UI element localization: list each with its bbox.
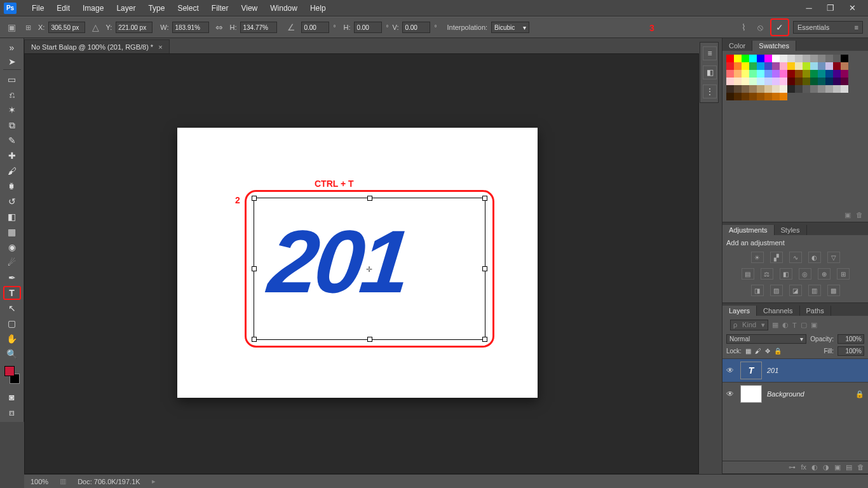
transform-handle-l[interactable] xyxy=(252,266,257,271)
transform-handle-tr[interactable] xyxy=(482,196,487,201)
transform-tool-icon[interactable]: ▣ xyxy=(5,21,18,34)
swatch[interactable] xyxy=(749,62,757,70)
swatch[interactable] xyxy=(780,55,787,62)
swatch[interactable] xyxy=(818,70,825,78)
status-doc-icon[interactable]: ▥ xyxy=(60,477,66,485)
lasso-tool[interactable]: ⎌ xyxy=(3,88,21,102)
layer-visibility-icon[interactable]: 👁 xyxy=(726,390,735,398)
adj-bw-icon[interactable]: ◧ xyxy=(780,268,792,280)
transform-handle-r[interactable] xyxy=(482,266,487,271)
swatch[interactable] xyxy=(810,62,818,70)
tab-color[interactable]: Color xyxy=(722,41,752,51)
adj-vibrance-icon[interactable]: ▽ xyxy=(827,252,840,263)
x-field[interactable]: 306.50 px xyxy=(48,22,85,33)
new-layer-icon[interactable]: ▤ xyxy=(846,463,852,471)
collapse-tools-icon[interactable]: » xyxy=(3,41,21,55)
crop-tool[interactable]: ⧉ xyxy=(3,118,21,132)
swatch[interactable] xyxy=(734,78,742,85)
foreground-color[interactable] xyxy=(4,366,15,376)
swatch[interactable] xyxy=(764,93,772,100)
dock-history-icon[interactable]: ≡ xyxy=(703,46,717,60)
brush-tool[interactable]: 🖌 xyxy=(3,164,21,178)
swatch[interactable] xyxy=(795,55,803,62)
swatch[interactable] xyxy=(772,78,780,85)
filter-adjust-icon[interactable]: ◐ xyxy=(782,321,789,329)
blur-tool[interactable]: ◉ xyxy=(3,240,21,254)
eraser-tool[interactable]: ◧ xyxy=(3,210,21,224)
adj-hue-icon[interactable]: ▤ xyxy=(742,268,754,280)
swatch[interactable] xyxy=(795,62,803,70)
swatch[interactable] xyxy=(810,70,818,78)
blend-mode-select[interactable]: Normal▾ xyxy=(726,334,806,344)
y-field[interactable]: 221.00 px xyxy=(116,22,153,33)
adj-levels-icon[interactable]: ▞ xyxy=(770,252,783,263)
transform-bounding-box[interactable]: ✛ xyxy=(254,198,485,340)
swatch[interactable] xyxy=(825,85,833,93)
hand-tool[interactable]: ✋ xyxy=(3,332,21,346)
swatch[interactable] xyxy=(757,55,764,62)
vskew-field[interactable]: 0.00 xyxy=(402,22,430,33)
swatch[interactable] xyxy=(810,78,818,85)
path-select-tool[interactable]: ↖ xyxy=(3,301,21,315)
swatch[interactable] xyxy=(757,70,764,78)
swatch[interactable] xyxy=(742,78,749,85)
swatch[interactable] xyxy=(757,78,764,85)
close-window-button[interactable]: ✕ xyxy=(846,4,858,13)
swatch[interactable] xyxy=(780,93,787,100)
swatch[interactable] xyxy=(742,85,749,93)
swatch[interactable] xyxy=(787,55,795,62)
swatch[interactable] xyxy=(833,70,841,78)
swatch[interactable] xyxy=(825,62,833,70)
stamp-tool[interactable]: ⧯ xyxy=(3,179,21,193)
swatch[interactable] xyxy=(795,85,803,93)
lock-position-icon[interactable]: ✥ xyxy=(765,348,770,355)
swatch[interactable] xyxy=(726,93,734,100)
layer-name[interactable]: Background xyxy=(767,390,804,398)
transform-handle-bl[interactable] xyxy=(252,337,257,342)
history-brush-tool[interactable]: ↺ xyxy=(3,194,21,208)
swatch[interactable] xyxy=(803,62,810,70)
swatch[interactable] xyxy=(787,62,795,70)
dock-brushes-icon[interactable]: ⋮ xyxy=(703,85,717,98)
tab-channels[interactable]: Channels xyxy=(757,306,799,316)
swatch[interactable] xyxy=(742,70,749,78)
swatch[interactable] xyxy=(726,55,734,62)
opacity-field[interactable]: 100% xyxy=(837,334,864,344)
shape-tool[interactable]: ▢ xyxy=(3,316,21,330)
swatch[interactable] xyxy=(734,62,742,70)
filter-pixel-icon[interactable]: ▦ xyxy=(772,321,778,329)
lock-pixels-icon[interactable]: 🖌 xyxy=(755,348,761,355)
swatch[interactable] xyxy=(749,55,757,62)
swatch[interactable] xyxy=(841,85,848,93)
swatch[interactable] xyxy=(818,55,825,62)
tab-layers[interactable]: Layers xyxy=(722,306,757,316)
adj-exposure-icon[interactable]: ◐ xyxy=(808,252,821,263)
layer-fx-icon[interactable]: fx xyxy=(801,463,806,471)
layer-thumbnail[interactable]: T xyxy=(740,362,762,379)
menu-type[interactable]: Type xyxy=(142,1,171,15)
swatch[interactable] xyxy=(772,70,780,78)
status-more-icon[interactable]: ▸ xyxy=(152,477,156,485)
delete-layer-icon[interactable]: 🗑 xyxy=(857,463,864,471)
swatch[interactable] xyxy=(833,55,841,62)
swatch[interactable] xyxy=(726,85,734,93)
swatch[interactable] xyxy=(772,93,780,100)
swatch[interactable] xyxy=(780,70,787,78)
swatch[interactable] xyxy=(810,55,818,62)
interp-select[interactable]: Bicubic▾ xyxy=(491,22,529,33)
new-fill-icon[interactable]: ◑ xyxy=(823,463,829,471)
transform-center-icon[interactable]: ✛ xyxy=(366,265,374,273)
swatch[interactable] xyxy=(803,78,810,85)
swatch[interactable] xyxy=(742,55,749,62)
swatch[interactable] xyxy=(764,78,772,85)
delete-swatch-icon[interactable]: 🗑 xyxy=(856,211,863,219)
layer-filter-kind[interactable]: ρKind▾ xyxy=(730,320,768,330)
screen-mode-tool[interactable]: ⧈ xyxy=(3,405,21,419)
tab-paths[interactable]: Paths xyxy=(800,306,831,316)
close-tab-icon[interactable]: × xyxy=(158,43,162,51)
swatch[interactable] xyxy=(818,62,825,70)
dock-properties-icon[interactable]: ◧ xyxy=(703,65,717,79)
transform-handle-t[interactable] xyxy=(367,196,372,201)
swatch[interactable] xyxy=(787,78,795,85)
foreground-background-colors[interactable] xyxy=(3,366,21,384)
